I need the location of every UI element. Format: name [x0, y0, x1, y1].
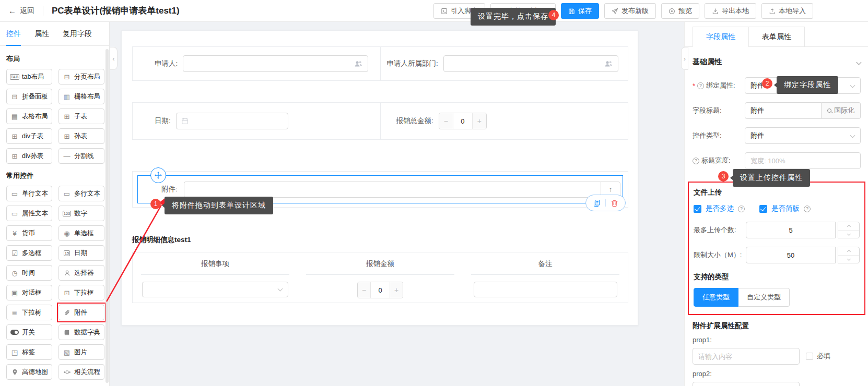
preview-button[interactable]: 预览 [661, 3, 699, 19]
max-upload-count-input[interactable]: 5 [746, 222, 836, 238]
control-item-table-layout[interactable]: ▤表格布局 [6, 108, 52, 124]
type-option-any-type[interactable]: 任意类型 [694, 288, 738, 307]
control-item-dropdown-tree[interactable]: ≣下拉树 [6, 305, 52, 320]
group-title: 常用控件 [6, 171, 103, 180]
step-badge-1: 1 [150, 199, 161, 209]
control-item-multi-line-text[interactable]: ▭多行文本 [58, 186, 104, 201]
stepper-minus-button[interactable]: − [358, 282, 370, 298]
sidebar-tab-reusable-fields[interactable]: 复用字段 [63, 22, 92, 45]
extension-props: prop1:必填prop2:必填 [693, 336, 861, 386]
control-item-time[interactable]: ◷时间 [6, 265, 52, 281]
i18n-button[interactable]: 国际化 [822, 102, 861, 119]
control-item-picker[interactable]: 选择器 [58, 265, 104, 281]
panel-tab-field-properties[interactable]: 字段属性 [693, 27, 749, 47]
basic-properties-section[interactable]: 基础属性 [693, 57, 861, 67]
spinner-down-button[interactable] [838, 230, 859, 238]
control-item-div-grandchild-table[interactable]: ⊞div孙表 [6, 148, 52, 164]
control-item-number[interactable]: 123数字 [58, 206, 104, 221]
control-item-currency[interactable]: ¥货币 [6, 225, 52, 241]
control-item-checkbox[interactable]: ☑多选框 [6, 245, 52, 261]
date-input[interactable] [176, 113, 288, 129]
field-total-amount: 报销总金额: − 0 + [380, 103, 628, 139]
chevron-down-icon [850, 83, 855, 88]
number-spinner [838, 247, 860, 263]
control-type-select[interactable]: 附件 [745, 127, 861, 144]
control-item-attachment[interactable]: 附件 [58, 305, 104, 320]
local-import-button[interactable]: 本地导入 [761, 3, 813, 19]
field-applicant-department: 申请人所属部门: [380, 47, 628, 80]
control-item-related-flow[interactable]: 相关流程 [58, 364, 104, 380]
form-designer-app: ← 返回 PC表单设计(报销申请表单test1) 引入脚本表单历史记录保存发布新… [0, 0, 868, 386]
size-limit-input[interactable]: 50 [746, 247, 836, 263]
back-button[interactable]: ← 返回 [8, 6, 34, 16]
spinner-up-button[interactable] [838, 247, 859, 255]
export-local-button[interactable]: 导出本地 [705, 3, 756, 19]
collapse-panel-handle[interactable]: › [681, 47, 688, 70]
expense-amount-stepper: − 0 + [357, 282, 403, 298]
max-upload-count-row: 最多上传个数: 5 [694, 222, 860, 238]
applicant-department-input[interactable] [443, 55, 618, 72]
applicant-input[interactable] [183, 55, 368, 72]
control-item-single-line-text[interactable]: ▭单行文本 [6, 186, 52, 201]
control-item-property-text[interactable]: ▭属性文本 [6, 206, 52, 221]
panel-body: 基础属性 * 绑定属性: 附件 字段标题: [685, 47, 868, 386]
checkbox-multi-select[interactable]: 是否多选 [694, 204, 745, 213]
field-title-input[interactable] [745, 102, 822, 119]
type-option-custom-type[interactable]: 自定义类型 [738, 288, 790, 307]
panel-tab-form-properties[interactable]: 表单属性 [748, 27, 805, 47]
control-item-grid-layout[interactable]: ▥栅格布局 [58, 89, 104, 104]
control-item-tag[interactable]: ◳标签 [6, 344, 52, 360]
unchecked-checkbox-icon [806, 353, 813, 360]
control-item-pagination-layout[interactable]: ⊟分页布局 [58, 69, 104, 85]
control-item-collapse-panel[interactable]: ⊟折叠面板 [6, 89, 52, 104]
question-circle-icon [738, 206, 745, 212]
control-item-amap[interactable]: 高德地图 [6, 364, 52, 380]
date-label: 日期: [155, 116, 171, 126]
stepper-value[interactable]: 0 [453, 113, 473, 129]
bind-property-label: * 绑定属性: [693, 81, 745, 90]
control-item-divider-line[interactable]: —分割线 [58, 148, 104, 164]
copy-field-icon[interactable] [593, 199, 601, 207]
control-item-switch[interactable]: 开关 [6, 324, 52, 340]
control-item-div-subtable[interactable]: ⊞div子表 [6, 128, 52, 144]
collapse-sidebar-handle[interactable]: ‹ [110, 47, 118, 70]
control-item-data-dictionary[interactable]: 数据字典 [58, 324, 104, 340]
control-item-dropdown[interactable]: ⊡下拉框 [58, 285, 104, 300]
stepper-plus-button[interactable]: + [473, 113, 486, 129]
publish-button[interactable]: 发布新版 [604, 3, 656, 19]
chevron-down-icon [857, 59, 862, 65]
control-item-grandchild-table[interactable]: ⊞孙表 [58, 128, 104, 144]
control-item-image[interactable]: ▧图片 [58, 344, 104, 360]
stepper-plus-button[interactable]: + [390, 282, 403, 298]
attachment-input[interactable] [184, 182, 601, 198]
save-button[interactable]: 保存 [561, 3, 599, 19]
import-icon [769, 8, 776, 15]
sidebar-tab-controls[interactable]: 控件 [6, 22, 21, 45]
spinner-down-button[interactable] [838, 255, 859, 263]
save-step-tooltip: 设置完毕，点击保存 [471, 8, 556, 26]
prop2-input[interactable] [693, 382, 800, 386]
spinner-up-button[interactable] [838, 222, 859, 230]
stepper-value[interactable]: 0 [370, 282, 390, 298]
prop1-input[interactable] [693, 348, 800, 365]
sidebar-tab-properties[interactable]: 属性 [34, 22, 49, 45]
title-width-input[interactable] [745, 152, 861, 169]
drag-move-handle[interactable] [150, 167, 166, 183]
control-item-dialog[interactable]: ▣对话框 [6, 285, 52, 300]
stepper-minus-button[interactable]: − [439, 113, 453, 129]
book-icon [63, 329, 71, 336]
control-item-radio[interactable]: ◉单选框 [58, 225, 104, 241]
control-item-date[interactable]: 15日期 [58, 245, 104, 261]
delete-field-icon[interactable] [611, 199, 618, 207]
checkbox-simple-version[interactable]: 是否简版 [759, 204, 811, 213]
preview-icon [668, 8, 675, 15]
panel-tabs: 字段属性表单属性 [685, 22, 868, 47]
prop1-required-checkbox[interactable]: 必填 [806, 352, 830, 361]
control-type-row: 控件类型: 附件 [693, 127, 861, 144]
expense-item-select[interactable] [142, 282, 288, 297]
section-title: 基础属性 [693, 57, 722, 67]
control-item-subtable[interactable]: ⊞子表 [58, 108, 104, 124]
sidebar-scrollbar[interactable] [105, 49, 109, 383]
remark-input[interactable] [474, 282, 617, 297]
control-item-tab-layout[interactable]: TABtab布局 [6, 69, 52, 85]
